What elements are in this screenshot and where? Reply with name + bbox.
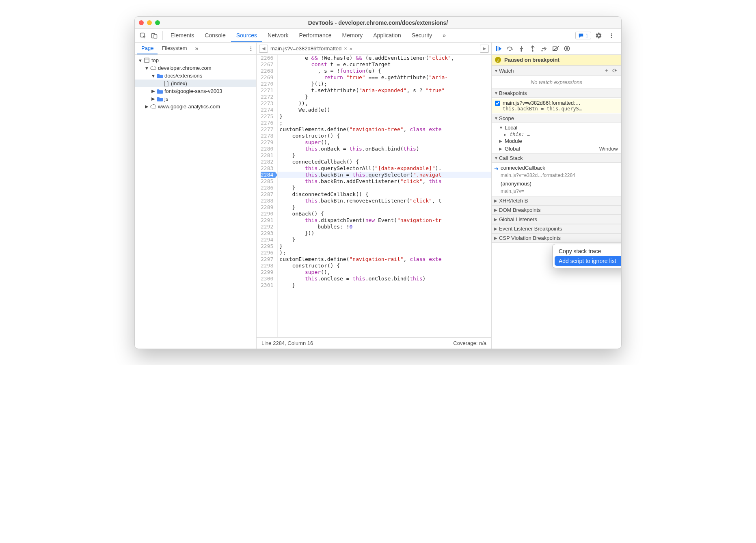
tree-folder[interactable]: ▶ js (135, 95, 256, 103)
cursor-position: Line 2284, Column 16 (261, 340, 313, 346)
scope-local[interactable]: ▼Local (492, 124, 621, 131)
scope-global-value: Window (599, 146, 618, 152)
svg-point-3 (611, 33, 612, 34)
tab-more[interactable]: » (437, 29, 451, 42)
tree-file-index[interactable]: (index) (135, 80, 256, 87)
svg-point-14 (521, 50, 522, 52)
window-title: DevTools - developer.chrome.com/docs/ext… (135, 19, 621, 26)
disclosure-icon: ▼ (151, 73, 155, 78)
pause-exceptions-icon[interactable] (562, 44, 572, 54)
watch-empty: No watch expressions (492, 77, 621, 88)
disclosure-icon: ▶ (494, 208, 499, 212)
tree-top[interactable]: ▼ top (135, 56, 256, 64)
event-listener-bp-header[interactable]: ▶Event Listener Breakpoints (492, 224, 621, 233)
step-over-icon[interactable] (505, 44, 515, 54)
tree-origin[interactable]: ▶ www.google-analytics.com (135, 103, 256, 110)
nav-tab-more[interactable]: » (191, 43, 203, 54)
nav-history-icon[interactable]: ◀ (259, 45, 268, 53)
svg-point-16 (532, 50, 534, 52)
svg-point-8 (251, 50, 251, 51)
scope-module[interactable]: ▶Module (492, 137, 621, 145)
tab-memory[interactable]: Memory (337, 29, 368, 42)
inspect-element-icon[interactable] (137, 29, 149, 42)
scope-this[interactable]: ▶ this: … (492, 131, 621, 137)
tree-folder[interactable]: ▶ fonts/google-sans-v2003 (135, 87, 256, 95)
breakpoint-item[interactable]: main.js?v=e382d86f:formatted:… this.back… (492, 99, 621, 113)
nav-tab-page[interactable]: Page (137, 43, 158, 54)
add-watch-icon[interactable]: ＋ (603, 67, 611, 74)
issues-button[interactable]: 1 (575, 32, 591, 39)
callstack-header[interactable]: ▼ Call Stack (492, 153, 621, 163)
context-menu: Copy stack trace Add script to ignore li… (552, 244, 622, 268)
deactivate-breakpoints-icon[interactable] (550, 44, 561, 54)
disclosure-icon: ▶ (145, 104, 149, 109)
breakpoints-body: main.js?v=e382d86f:formatted:… this.back… (492, 98, 621, 114)
breakpoints-header[interactable]: ▼ Breakpoints (492, 88, 621, 98)
tab-sources[interactable]: Sources (231, 29, 262, 42)
tab-application[interactable]: Application (368, 29, 406, 42)
stack-fn: connectedCallback (501, 165, 545, 171)
folder-icon (157, 73, 163, 78)
close-tab-icon[interactable]: × (344, 45, 347, 52)
tree-origin[interactable]: ▼ developer.chrome.com (135, 64, 256, 72)
global-listeners-header[interactable]: ▶Global Listeners (492, 215, 621, 224)
svg-rect-11 (496, 46, 497, 51)
menu-copy-stack-trace[interactable]: Copy stack trace (555, 246, 622, 256)
step-icon[interactable] (539, 44, 549, 54)
nav-tab-filesystem[interactable]: Filesystem (158, 43, 191, 54)
menu-add-ignore-list[interactable]: Add script to ignore list (555, 256, 622, 266)
scope-header[interactable]: ▼ Scope (492, 114, 621, 123)
svg-point-18 (541, 50, 542, 51)
cloud-icon (150, 66, 156, 71)
csp-bp-header[interactable]: ▶CSP Violation Breakpoints (492, 233, 621, 243)
step-into-icon[interactable] (516, 44, 527, 54)
tab-network[interactable]: Network (262, 29, 294, 42)
navigator-menu-icon[interactable] (246, 43, 256, 54)
disclosure-icon: ▶ (499, 147, 503, 151)
paused-text: Paused on breakpoint (504, 57, 559, 63)
stack-loc: main.js?v= (501, 188, 524, 194)
tree-label: www.google-analytics.com (158, 103, 220, 110)
tab-console[interactable]: Console (199, 29, 231, 42)
code-editor[interactable]: 2266226722682269227022712272227322742275… (257, 55, 491, 337)
navigator-tabs: Page Filesystem » (135, 43, 256, 55)
refresh-watch-icon[interactable]: ⟳ (611, 67, 619, 74)
breakpoints-title: Breakpoints (499, 90, 527, 96)
disclosure-icon: ▼ (499, 125, 503, 130)
xhr-header[interactable]: ▶XHR/fetch B (492, 196, 621, 205)
stack-frame[interactable]: ➔ connectedCallback main.js?v=e382d…form… (492, 164, 621, 179)
callstack-title: Call Stack (499, 155, 523, 161)
stack-frame[interactable]: (anonymous) main.js?v= (492, 179, 621, 195)
tab-elements[interactable]: Elements (165, 29, 199, 42)
tree-folder[interactable]: ▼ docs/extensions (135, 72, 256, 80)
current-frame-icon: ➔ (494, 166, 499, 172)
disclosure-icon: ▶ (499, 139, 503, 143)
debugger-toolbar (492, 43, 621, 55)
folder-icon (157, 97, 163, 101)
code-content[interactable]: e && !We.has(e) && (e.addEventListener("… (278, 55, 491, 337)
tab-security[interactable]: Security (406, 29, 438, 42)
disclosure-icon: ▶ (151, 96, 155, 101)
disclosure-icon: ▶ (494, 236, 499, 240)
chat-icon (578, 33, 584, 39)
svg-point-4 (611, 35, 612, 36)
callstack-body: ➔ connectedCallback main.js?v=e382d…form… (492, 163, 621, 196)
settings-icon[interactable] (593, 32, 604, 39)
tab-performance[interactable]: Performance (294, 29, 337, 42)
breakpoint-checkbox[interactable] (495, 101, 500, 106)
step-out-icon[interactable] (527, 44, 538, 54)
line-gutter[interactable]: 2266226722682269227022712272227322742275… (257, 55, 278, 337)
document-icon (163, 81, 169, 86)
watch-header[interactable]: ▼ Watch ＋ ⟳ (492, 65, 621, 76)
editor-tabs-more[interactable]: » (350, 45, 352, 52)
scope-global[interactable]: ▶GlobalWindow (492, 145, 621, 153)
folder-icon (157, 89, 163, 94)
resume-icon[interactable] (493, 44, 504, 54)
kebab-menu-icon[interactable] (606, 33, 617, 39)
disclosure-icon: ▶ (494, 226, 499, 231)
device-toolbar-icon[interactable] (149, 29, 160, 42)
dom-bp-header[interactable]: ▶DOM Breakpoints (492, 205, 621, 215)
editor-tab[interactable]: main.js?v=e382d86f:formatted × (270, 45, 347, 52)
watch-body: No watch expressions (492, 76, 621, 88)
show-navigator-icon[interactable]: ▶ (480, 45, 489, 53)
